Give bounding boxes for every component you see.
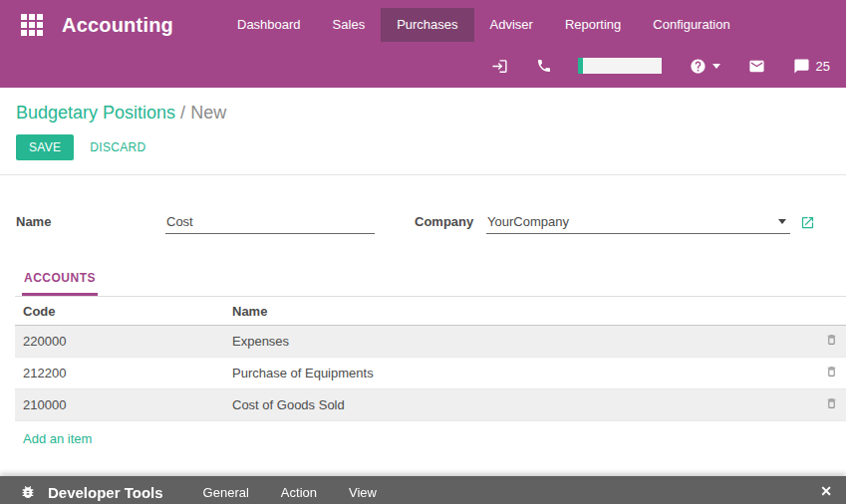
notebook-tabs: ACCOUNTS xyxy=(15,268,846,297)
form-fields-row: Name Company xyxy=(0,175,846,234)
cell-code[interactable]: 220000 xyxy=(15,326,224,358)
add-an-item-link[interactable]: Add an item xyxy=(23,431,92,446)
chevron-down-icon xyxy=(712,64,720,69)
discard-button[interactable]: DISCARD xyxy=(90,140,145,154)
table-row[interactable]: 210000 Cost of Goods Sold xyxy=(15,389,846,421)
company-many2one xyxy=(486,211,790,234)
main-navbar: Accounting Dashboard Sales Purchases Adv… xyxy=(0,0,846,88)
close-icon[interactable]: ✕ xyxy=(820,481,832,499)
nav-item-reporting[interactable]: Reporting xyxy=(549,8,637,42)
nav-item-configuration[interactable]: Configuration xyxy=(637,8,745,42)
phone-icon[interactable] xyxy=(536,58,552,74)
help-menu-button[interactable] xyxy=(690,58,720,75)
devtools-menu-general[interactable]: General xyxy=(203,481,249,500)
name-field-group: Name xyxy=(16,211,415,234)
delete-row-button[interactable] xyxy=(825,396,838,410)
column-header-code[interactable]: Code xyxy=(15,297,224,326)
external-link-icon[interactable] xyxy=(800,215,815,230)
breadcrumb-current: New xyxy=(190,103,226,123)
cell-code[interactable]: 210000 xyxy=(15,389,224,421)
cell-code[interactable]: 212200 xyxy=(15,358,224,389)
breadcrumb-parent-link[interactable]: Budgetary Positions xyxy=(16,103,175,123)
company-dropdown-caret-icon[interactable] xyxy=(778,219,786,224)
cell-name[interactable]: Cost of Goods Sold xyxy=(224,389,812,421)
devtools-menu-view[interactable]: View xyxy=(349,481,377,500)
cell-name[interactable]: Purchase of Equipments xyxy=(224,358,812,389)
column-header-actions xyxy=(812,297,846,326)
devtools-menu-action[interactable]: Action xyxy=(281,481,317,500)
company-field-group: Company xyxy=(415,211,830,234)
accounts-table: Code Name 220000 Expenses 212200 Purchas… xyxy=(15,297,846,421)
table-row[interactable]: 212200 Purchase of Equipments xyxy=(15,358,846,389)
developer-tools-bar: Developer Tools General Action View ✕ xyxy=(0,476,846,504)
table-row[interactable]: 220000 Expenses xyxy=(15,326,846,358)
nav-item-purchases[interactable]: Purchases xyxy=(381,8,473,42)
mail-icon[interactable] xyxy=(748,58,765,75)
apps-menu-button[interactable] xyxy=(12,8,52,42)
company-field-label: Company xyxy=(415,211,486,229)
bug-icon xyxy=(20,484,36,500)
navbar-systray: 25 xyxy=(0,46,846,86)
help-icon xyxy=(690,58,706,75)
form-action-bar: SAVE DISCARD xyxy=(0,134,846,175)
name-input[interactable] xyxy=(165,211,375,234)
main-menu: Dashboard Sales Purchases Adviser Report… xyxy=(221,8,746,42)
delete-row-button[interactable] xyxy=(825,365,838,378)
chat-icon xyxy=(793,58,810,75)
save-button[interactable]: SAVE xyxy=(16,134,74,160)
systray-progressbar xyxy=(578,58,662,74)
tab-accounts[interactable]: ACCOUNTS xyxy=(22,271,98,296)
nav-item-dashboard[interactable]: Dashboard xyxy=(221,8,317,42)
company-input[interactable] xyxy=(486,211,778,233)
app-title: Accounting xyxy=(62,8,173,42)
cell-name[interactable]: Expenses xyxy=(224,326,812,358)
table-header-row: Code Name xyxy=(15,297,846,326)
login-icon[interactable] xyxy=(491,58,508,75)
breadcrumb-separator: / xyxy=(180,103,190,123)
devtools-title: Developer Tools xyxy=(48,480,163,501)
progressbar-fill xyxy=(578,58,584,74)
breadcrumb: Budgetary Positions / New xyxy=(0,88,846,124)
nav-item-adviser[interactable]: Adviser xyxy=(474,8,549,42)
nav-item-sales[interactable]: Sales xyxy=(317,8,382,42)
messages-button[interactable]: 25 xyxy=(793,58,830,75)
column-header-name[interactable]: Name xyxy=(224,297,812,326)
navbar-top-row: Accounting Dashboard Sales Purchases Adv… xyxy=(0,0,846,46)
chat-count-badge: 25 xyxy=(816,59,830,74)
delete-row-button[interactable] xyxy=(825,333,838,347)
name-field-label: Name xyxy=(16,211,165,229)
apps-grid-icon xyxy=(21,14,43,36)
